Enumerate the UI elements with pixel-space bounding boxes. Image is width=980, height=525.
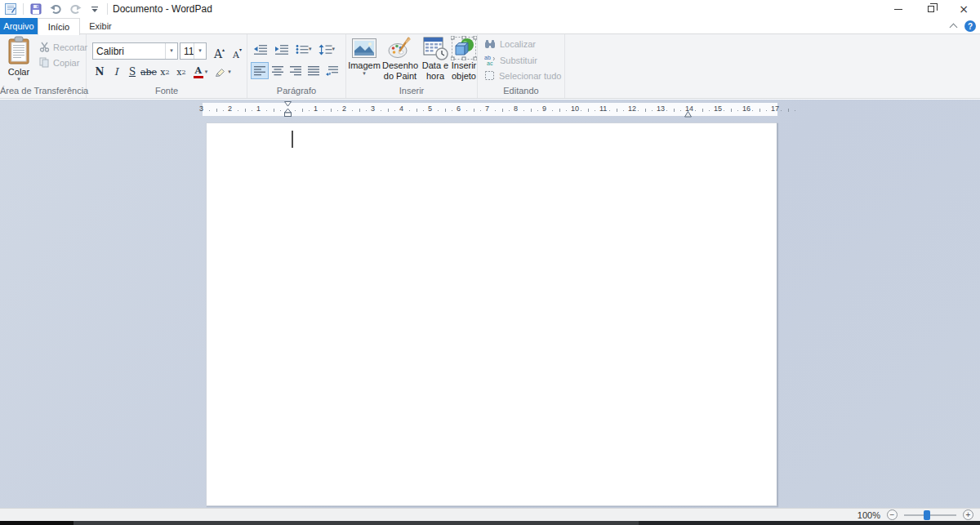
paste-button[interactable]: Colar ▾ (2, 36, 36, 85)
help-button[interactable]: ? (964, 20, 976, 32)
font-size-value: 11 (180, 46, 194, 57)
group-clipboard: Colar ▾ Recortar Copiar Área de Transfer… (0, 34, 87, 98)
ruler-quarter-dot (266, 110, 267, 111)
replace-button[interactable]: abac Substituir (484, 55, 537, 65)
cut-label: Recortar (53, 42, 87, 52)
ruler-number: 5 (428, 105, 432, 113)
ribbon-tab-bar: Arquivo Início Exibir ? (0, 18, 980, 34)
paragraph-settings-button[interactable] (323, 62, 341, 79)
grow-font-button[interactable]: A▴ (211, 42, 228, 60)
superscript-button[interactable]: x2 (173, 64, 189, 80)
redo-icon[interactable] (68, 2, 82, 16)
strikethrough-button[interactable]: abe (140, 64, 157, 80)
wordpad-window: Documento - WordPad × Arquivo Início Exi… (0, 0, 980, 525)
ruler-quarter-dot (452, 110, 452, 111)
date-time-button[interactable]: Data e hora (420, 36, 451, 82)
line-spacing-button[interactable]: ▾ (316, 41, 338, 58)
collapse-ribbon-icon[interactable] (949, 21, 959, 31)
decrease-indent-button[interactable] (251, 41, 270, 58)
line-spacing-icon (318, 44, 332, 56)
select-all-icon (484, 70, 495, 81)
cut-button[interactable]: Recortar (39, 42, 87, 52)
paint-drawing-button[interactable]: Desenho do Paint (381, 36, 420, 82)
select-all-button[interactable]: Selecionar tudo (484, 70, 561, 81)
ruler-quarter-dot (209, 110, 210, 111)
ruler-half-tick (302, 109, 303, 112)
insert-object-button[interactable]: Inserir objeto (451, 36, 477, 82)
tab-exibir[interactable]: Exibir (80, 18, 121, 34)
ruler-half-tick (216, 109, 217, 112)
ruler-number: 3 (371, 105, 375, 113)
ruler-number: 13 (657, 105, 665, 113)
insert-image-button[interactable]: Imagem ▾ (348, 36, 381, 77)
close-button[interactable]: × (947, 0, 980, 18)
ruler-number: 4 (399, 105, 403, 113)
justify-icon (307, 65, 320, 76)
ruler-quarter-dot (766, 110, 767, 111)
zoom-slider-thumb[interactable] (924, 510, 930, 520)
underline-button[interactable]: S (124, 64, 140, 80)
workspace: 3211234567891011121314151617 (0, 100, 980, 508)
font-color-button[interactable]: A ▾ (189, 64, 212, 80)
align-center-button[interactable] (269, 62, 287, 79)
ruler-number: 17 (771, 105, 779, 113)
ruler-half-tick (359, 109, 360, 112)
align-left-button[interactable] (251, 62, 269, 79)
qat-customize-icon[interactable] (87, 2, 102, 16)
tab-inicio[interactable]: Início (38, 18, 80, 35)
ribbon: Colar ▾ Recortar Copiar Área de Transfer… (0, 34, 980, 99)
zoom-controls: 100% − + (858, 509, 973, 521)
title-bar: Documento - WordPad × (0, 0, 980, 18)
ruler-number: 2 (342, 105, 346, 113)
copy-button[interactable]: Copiar (39, 57, 79, 68)
align-left-icon (253, 65, 266, 76)
undo-icon[interactable] (48, 2, 63, 16)
save-icon[interactable] (29, 2, 43, 16)
group-label-paragraph: Parágrafo (247, 86, 345, 96)
ruler-quarter-dot (309, 110, 310, 111)
tab-arquivo[interactable]: Arquivo (0, 18, 38, 34)
ruler-quarter-dot (509, 110, 510, 111)
ruler-half-tick (674, 109, 675, 112)
increase-indent-button[interactable] (272, 41, 292, 58)
bold-button[interactable]: N (91, 64, 108, 80)
calendar-clock-icon (422, 36, 448, 60)
zoom-slider[interactable] (904, 514, 956, 516)
group-label-clipboard: Área de Transferência (0, 86, 86, 96)
document-page[interactable] (206, 122, 777, 506)
chevron-down-icon: ▾ (228, 69, 231, 75)
first-line-indent-marker[interactable] (284, 101, 292, 118)
ruler-quarter-dot (695, 110, 696, 111)
wordpad-app-icon[interactable] (3, 2, 18, 16)
minimize-button[interactable] (882, 0, 915, 18)
ruler-half-tick (474, 109, 474, 112)
subscript-button[interactable]: x2 (157, 64, 173, 80)
binoculars-icon (484, 39, 496, 49)
align-right-button[interactable] (287, 62, 305, 79)
ruler-number: 1 (256, 105, 261, 113)
ruler-half-tick (588, 109, 589, 112)
ruler-half-tick (416, 109, 417, 112)
list-button[interactable]: ▾ (293, 41, 314, 58)
datetime-label-line2: hora (426, 71, 444, 82)
zoom-out-button[interactable]: − (887, 509, 898, 520)
ruler-half-tick (788, 109, 789, 112)
font-family-dropdown-button[interactable]: ▾ (165, 43, 177, 59)
copy-label: Copiar (53, 58, 79, 68)
restore-button[interactable] (915, 0, 947, 18)
find-button[interactable]: Localizar (484, 39, 536, 49)
zoom-in-button[interactable]: + (963, 509, 973, 520)
font-family-combobox[interactable]: Calibri ▾ (92, 42, 178, 60)
datetime-label-line1: Data e (422, 60, 448, 71)
ruler-quarter-dot (352, 110, 353, 111)
italic-button[interactable]: I (108, 64, 124, 80)
font-size-combobox[interactable]: 11 ▾ (180, 42, 207, 60)
justify-button[interactable] (305, 62, 323, 79)
ruler-quarter-dot (466, 110, 467, 111)
font-size-dropdown-button[interactable]: ▾ (194, 43, 206, 59)
ruler-half-tick (274, 109, 274, 112)
ruler-quarter-dot (638, 110, 639, 111)
shrink-font-button[interactable]: A▾ (229, 42, 246, 60)
highlight-color-button[interactable]: ▾ (212, 64, 234, 80)
ruler-number: 11 (599, 105, 607, 113)
